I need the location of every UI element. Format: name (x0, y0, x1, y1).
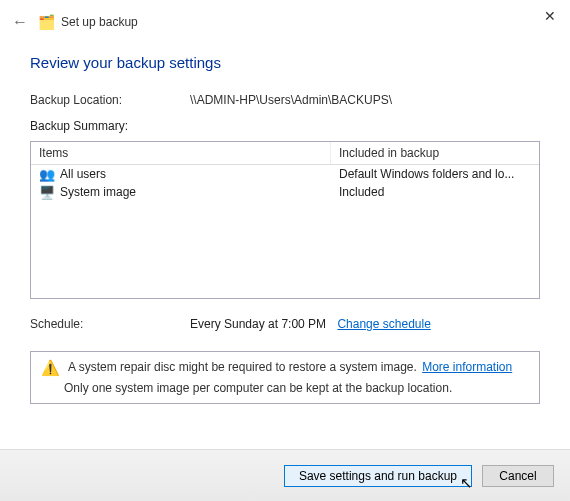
setup-backup-icon: 🗂️ (38, 14, 55, 30)
warning-box: ⚠️ A system repair disc might be require… (30, 351, 540, 404)
titlebar: ← 🗂️ Set up backup ✕ (0, 0, 570, 44)
window-title: Set up backup (61, 15, 138, 29)
table-row[interactable]: 👥 All users Default Windows folders and … (31, 165, 539, 183)
row-item-label: All users (60, 167, 106, 181)
backup-location-row: Backup Location: \\ADMIN-HP\Users\Admin\… (30, 93, 540, 107)
footer-button-bar: Save settings and run backup Cancel ↖ (0, 449, 570, 501)
column-header-items[interactable]: Items (31, 142, 331, 164)
backup-location-label: Backup Location: (30, 93, 190, 107)
schedule-label: Schedule: (30, 317, 190, 331)
backup-summary-label: Backup Summary: (30, 119, 540, 133)
more-information-link[interactable]: More information (422, 360, 512, 374)
table-header: Items Included in backup (31, 142, 539, 165)
schedule-value: Every Sunday at 7:00 PM (190, 317, 326, 331)
users-icon: 👥 (39, 168, 55, 181)
page-heading: Review your backup settings (30, 54, 540, 71)
cancel-button[interactable]: Cancel (482, 465, 554, 487)
warning-text-2: Only one system image per computer can b… (64, 381, 529, 395)
save-and-run-button[interactable]: Save settings and run backup (284, 465, 472, 487)
back-arrow-icon[interactable]: ← (12, 13, 28, 31)
content-area: Review your backup settings Backup Locat… (0, 54, 570, 404)
backup-location-value: \\ADMIN-HP\Users\Admin\BACKUPS\ (190, 93, 392, 107)
row-included-label: Default Windows folders and lo... (331, 165, 539, 183)
schedule-row: Schedule: Every Sunday at 7:00 PM Change… (30, 317, 540, 331)
close-icon[interactable]: ✕ (544, 8, 556, 24)
table-row[interactable]: 🖥️ System image Included (31, 183, 539, 201)
row-item-label: System image (60, 185, 136, 199)
backup-summary-table: Items Included in backup 👥 All users Def… (30, 141, 540, 299)
warning-icon: ⚠️ (41, 360, 60, 375)
warning-text-1: A system repair disc might be required t… (68, 360, 417, 374)
row-included-label: Included (331, 183, 539, 201)
monitor-icon: 🖥️ (39, 186, 55, 199)
column-header-included[interactable]: Included in backup (331, 142, 539, 164)
change-schedule-link[interactable]: Change schedule (337, 317, 430, 331)
